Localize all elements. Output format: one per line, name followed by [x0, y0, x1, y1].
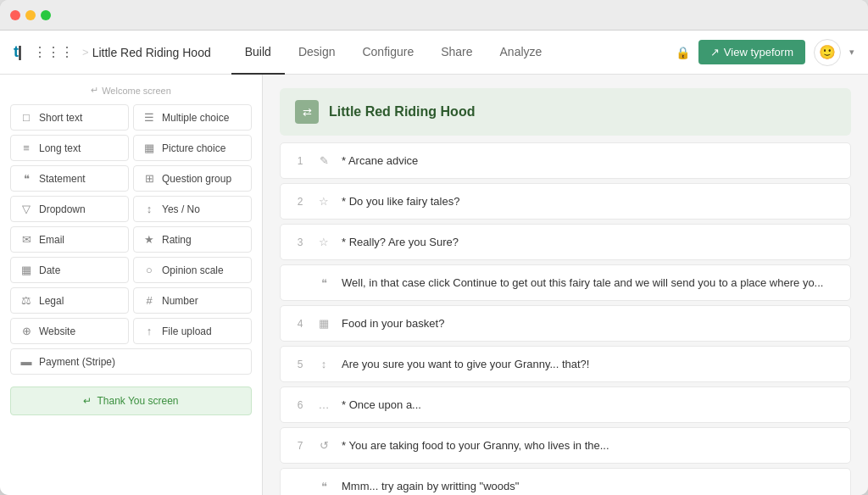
breadcrumb-separator: >	[82, 46, 89, 58]
form-area: ⇄ Little Red Riding Hood 1 ✎ * Arcane ad…	[263, 75, 868, 495]
question-type-icon: ▦	[316, 317, 331, 330]
emoji-button[interactable]: 🙂	[814, 39, 841, 66]
tab-analyze[interactable]: Analyze	[487, 31, 556, 75]
question-text: Are you sure you want to give your Grann…	[342, 358, 837, 370]
welcome-icon: ↵	[91, 85, 98, 96]
legal-icon: ⚖	[19, 294, 33, 307]
question-type-icon: ✎	[316, 154, 331, 167]
tab-design[interactable]: Design	[285, 31, 349, 75]
sidebar-item-long-text[interactable]: ≡ Long text	[10, 135, 129, 161]
sidebar-item-short-text[interactable]: □ Short text	[10, 104, 129, 131]
thank-you-screen-button[interactable]: ↵ Thank You screen	[10, 387, 252, 415]
row-number: 3	[294, 236, 306, 248]
sidebar-item-opinion-scale[interactable]: ○ Opinion scale	[133, 257, 252, 283]
form-title-row[interactable]: ⇄ Little Red Riding Hood	[280, 88, 851, 136]
question-group-icon: ⊞	[142, 172, 156, 185]
website-icon: ⊕	[19, 325, 33, 337]
chevron-down-icon[interactable]: ▾	[849, 47, 854, 58]
email-icon: ✉	[19, 233, 33, 246]
sidebar-item-legal[interactable]: ⚖ Legal	[10, 287, 129, 314]
question-type-icon: ↺	[316, 439, 331, 452]
opinion-scale-icon: ○	[142, 264, 156, 276]
question-text: Mmm... try again by writting "woods"	[342, 480, 837, 492]
titlebar	[0, 0, 868, 31]
question-type-icon: …	[316, 398, 331, 411]
long-text-icon: ≡	[19, 142, 33, 154]
lock-icon: 🔒	[676, 46, 690, 59]
table-row[interactable]: ❝ Well, in that case click Continue to g…	[280, 264, 851, 301]
topbar: t| ⋮⋮⋮ > Little Red Riding Hood Build De…	[0, 31, 868, 75]
question-text: * Really? Are you Sure?	[342, 236, 837, 248]
table-row[interactable]: 1 ✎ * Arcane advice	[280, 142, 851, 179]
main-content: ↵ Welcome screen □ Short text ☰ Multiple…	[0, 75, 868, 495]
sidebar: ↵ Welcome screen □ Short text ☰ Multiple…	[0, 75, 263, 495]
sidebar-items-grid: □ Short text ☰ Multiple choice ≡ Long te…	[10, 104, 252, 375]
dropdown-icon: ▽	[19, 203, 33, 215]
date-icon: ▦	[19, 264, 33, 276]
table-row[interactable]: 6 … * Once upon a...	[280, 387, 851, 423]
sidebar-item-picture-choice[interactable]: ▦ Picture choice	[133, 135, 252, 161]
question-text: Well, in that case click Continue to get…	[342, 276, 837, 289]
statement-type-icon: ❝	[316, 480, 331, 492]
question-text: * Once upon a...	[342, 398, 837, 411]
view-typeform-button[interactable]: ↗ View typeform	[698, 40, 805, 64]
row-number: 4	[294, 318, 306, 330]
form-title: Little Red Riding Hood	[329, 104, 475, 120]
question-text: * Arcane advice	[342, 154, 837, 167]
topbar-right: 🔒 ↗ View typeform 🙂 ▾	[676, 39, 854, 66]
minimize-button[interactable]	[25, 10, 36, 20]
table-row[interactable]: 2 ☆ * Do you like fairy tales?	[280, 183, 851, 220]
sidebar-item-number[interactable]: # Number	[133, 287, 252, 314]
traffic-lights	[10, 10, 51, 20]
nav-tabs: Build Design Configure Share Analyze	[231, 31, 676, 75]
file-upload-icon: ↑	[142, 325, 156, 337]
picture-choice-icon: ▦	[142, 142, 156, 154]
table-row[interactable]: 5 ↕ Are you sure you want to give your G…	[280, 346, 851, 382]
tab-configure[interactable]: Configure	[348, 31, 427, 75]
table-row[interactable]: 4 ▦ Food in your basket?	[280, 305, 851, 342]
app-body: t| ⋮⋮⋮ > Little Red Riding Hood Build De…	[0, 31, 868, 495]
sidebar-item-date[interactable]: ▦ Date	[10, 257, 129, 283]
question-text: * You are taking food to your Granny, wh…	[342, 439, 837, 452]
sidebar-item-yes-no[interactable]: ↕ Yes / No	[133, 196, 252, 222]
sidebar-item-multiple-choice[interactable]: ☰ Multiple choice	[133, 104, 252, 131]
welcome-screen-label: ↵ Welcome screen	[10, 85, 252, 96]
logo: t|	[14, 43, 21, 61]
tab-share[interactable]: Share	[427, 31, 486, 75]
number-icon: #	[142, 294, 156, 307]
payment-icon: ▬	[19, 355, 33, 368]
rating-icon: ★	[142, 233, 156, 246]
question-type-icon: ↕	[316, 358, 331, 370]
statement-icon: ❝	[19, 172, 33, 185]
external-link-icon: ↗	[710, 46, 720, 58]
row-number: 7	[294, 440, 306, 452]
table-row[interactable]: 3 ☆ * Really? Are you Sure?	[280, 224, 851, 260]
question-type-icon: ☆	[316, 195, 331, 208]
sidebar-item-statement[interactable]: ❝ Statement	[10, 165, 129, 192]
question-text: * Do you like fairy tales?	[342, 195, 837, 208]
sidebar-item-website[interactable]: ⊕ Website	[10, 318, 129, 344]
thank-you-icon: ↵	[83, 395, 92, 407]
question-type-icon: ☆	[316, 236, 331, 248]
sidebar-item-dropdown[interactable]: ▽ Dropdown	[10, 196, 129, 222]
maximize-button[interactable]	[41, 10, 51, 20]
form-title-icon: ⇄	[295, 100, 319, 124]
yes-no-icon: ↕	[142, 203, 156, 215]
question-text: Food in your basket?	[342, 317, 837, 330]
grid-icon[interactable]: ⋮⋮⋮	[33, 44, 74, 60]
tab-build[interactable]: Build	[231, 31, 285, 75]
statement-type-icon: ❝	[316, 276, 331, 289]
sidebar-item-email[interactable]: ✉ Email	[10, 226, 129, 253]
row-number: 2	[294, 196, 306, 208]
multiple-choice-icon: ☰	[142, 111, 156, 124]
close-button[interactable]	[10, 10, 20, 20]
table-row[interactable]: 7 ↺ * You are taking food to your Granny…	[280, 427, 851, 464]
app-window: t| ⋮⋮⋮ > Little Red Riding Hood Build De…	[0, 0, 868, 495]
sidebar-item-rating[interactable]: ★ Rating	[133, 226, 252, 253]
row-number: 5	[294, 359, 306, 370]
sidebar-item-file-upload[interactable]: ↑ File upload	[133, 318, 252, 344]
table-row[interactable]: ❝ Mmm... try again by writting "woods"	[280, 468, 851, 495]
sidebar-item-question-group[interactable]: ⊞ Question group	[133, 165, 252, 192]
sidebar-item-payment[interactable]: ▬ Payment (Stripe)	[10, 348, 252, 375]
project-name: Little Red Riding Hood	[92, 46, 211, 59]
